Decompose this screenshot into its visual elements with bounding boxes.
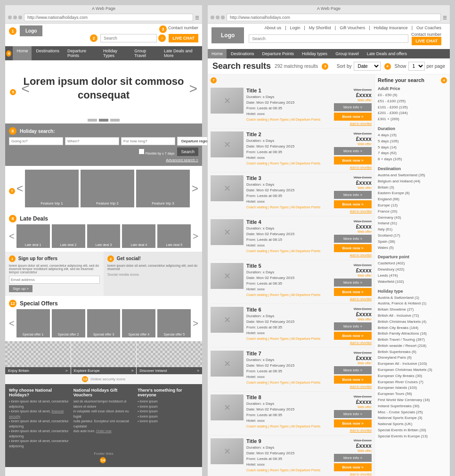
left-live-chat-btn[interactable]: LIVE CHAT	[169, 34, 198, 42]
book-btn-2[interactable]: Book now >	[334, 156, 372, 164]
feature-right-arrow[interactable]: >	[192, 182, 198, 195]
advanced-search-link[interactable]: Advanced search >	[9, 158, 198, 162]
offer-item-2[interactable]: Special offer 2	[52, 309, 85, 337]
hol-nat-sports-uk[interactable]: National Sports (UK)	[378, 421, 447, 427]
price-item-4[interactable]: £201 - £300 (184)	[378, 110, 447, 116]
signup-btn[interactable]: Sign up >	[9, 285, 32, 292]
hol-euro-xmas[interactable]: European Christmas Markets (3)	[378, 367, 447, 373]
dep-dewsbury[interactable]: Dewsbury (422)	[378, 267, 447, 273]
right-nav-departure[interactable]: Departure Points	[259, 49, 298, 58]
offer-item-5[interactable]: Special offer 5	[157, 309, 191, 337]
book-btn-5[interactable]: Book now >	[334, 288, 372, 296]
hol-special-euro[interactable]: Special Events in Europe (13)	[378, 434, 447, 440]
price-item-3[interactable]: £101 - £200 (135)	[378, 105, 447, 111]
price-item-1[interactable]: £0 - £50 (9)	[378, 92, 447, 98]
more-info-btn-1[interactable]: More info >	[334, 103, 372, 111]
shortlist-link-8[interactable]: Add to shortlist	[350, 429, 372, 432]
how-long-field[interactable]	[121, 137, 175, 145]
shortlist-link-6[interactable]: Add to shortlist	[350, 341, 372, 345]
shortlist-link-7[interactable]: Add to shortlist	[350, 385, 372, 388]
hol-disney[interactable]: Disneyland Paris (6)	[378, 355, 447, 361]
sort-select[interactable]: Date Price Name	[354, 62, 381, 71]
hol-euro-all-inc[interactable]: European All - Inclusive (103)	[378, 361, 447, 367]
hol-brit-all-inc[interactable]: British All - Inclusive (72)	[378, 313, 447, 319]
hero-right-arrow[interactable]: >	[189, 81, 197, 97]
dest-austria[interactable]: Austria and Switzerland (35)	[378, 172, 447, 179]
deals-right-arrow[interactable]: >	[193, 231, 198, 242]
dest-britain[interactable]: Britain (3)	[378, 185, 447, 191]
hol-brit-super[interactable]: British Superbreaks (6)	[378, 349, 447, 355]
offer-item-1[interactable]: Special offer 1	[16, 309, 50, 337]
feature-item-3[interactable]: Feature trip 3	[136, 170, 190, 207]
right-nav-deals[interactable]: Late Deals and offers	[363, 49, 411, 58]
left-nav-destinations[interactable]: Destinations	[32, 46, 63, 60]
deal-item-1[interactable]: Late deal 1	[16, 224, 50, 248]
hol-britain-show[interactable]: Britain Showtime (27)	[378, 307, 447, 313]
left-nav-departure[interactable]: Departure Points	[64, 46, 99, 60]
left-nav-holiday[interactable]: Holiday Types	[99, 46, 130, 60]
shortlist-link-4[interactable]: Add to shortlist	[350, 254, 372, 257]
hol-brit-touring[interactable]: British Travel / Touring (397)	[378, 337, 447, 343]
going-to-field[interactable]	[9, 137, 63, 145]
left-search-input[interactable]	[100, 34, 157, 42]
duration-7[interactable]: 7 days (62)	[378, 150, 447, 156]
more-info-btn-6[interactable]: More info >	[334, 322, 372, 330]
dest-germany[interactable]: Germany (43)	[378, 215, 447, 221]
hol-euro-river[interactable]: European River Cruises (7)	[378, 379, 447, 386]
hol-brit-seaside[interactable]: British seaside / Resort (218)	[378, 343, 447, 349]
offer-item-4[interactable]: Special offer 4	[122, 309, 155, 337]
hol-special-brit[interactable]: Special Events in Britain (33)	[378, 427, 447, 434]
more-info-btn-4[interactable]: More info >	[334, 235, 372, 243]
book-btn-8[interactable]: Book now >	[334, 419, 372, 427]
hol-nat-sports-euro[interactable]: National Sports Europe (3)	[378, 415, 447, 421]
right-nav-group[interactable]: Group travel	[332, 49, 363, 58]
dest-italy[interactable]: Italy (61)	[378, 227, 447, 233]
shortlist-link-3[interactable]: Add to shortlist	[350, 210, 372, 213]
hol-euro-islands[interactable]: European Islands (103)	[378, 385, 447, 391]
shortlist-link-1[interactable]: Add to shortlist	[350, 122, 372, 125]
search-btn[interactable]: Search	[177, 148, 198, 156]
dest-eastern[interactable]: Eastern Europe (8)	[378, 190, 447, 197]
book-btn-9[interactable]: Book now >	[334, 463, 372, 471]
book-btn-6[interactable]: Book now >	[334, 332, 372, 340]
right-nav-holiday[interactable]: Holiday types	[298, 49, 331, 58]
right-url-bar[interactable]: http://www.nationalholidays.com	[227, 14, 441, 21]
region-britain[interactable]: Enjoy Britain >	[5, 341, 71, 374]
feature-item-1[interactable]: Feature trip 1	[25, 170, 79, 207]
offer-item-3[interactable]: Special offer 3	[87, 309, 121, 337]
book-btn-3[interactable]: Book now >	[334, 200, 372, 208]
feature-item-2[interactable]: Feature trip 2	[81, 170, 134, 207]
when-field[interactable]	[65, 137, 119, 145]
right-search-input[interactable]	[249, 34, 408, 43]
more-info-btn-8[interactable]: More info >	[334, 410, 372, 418]
more-info-btn-2[interactable]: More info >	[334, 147, 372, 155]
duration-8[interactable]: 8 + days (105)	[378, 156, 447, 163]
left-url-bar[interactable]: http://www.nationalholidays.com	[24, 14, 193, 21]
hol-cruise[interactable]: Misc - Cruise Specials (25)	[378, 410, 447, 416]
dep-leeds[interactable]: Leeds (474)	[378, 273, 447, 279]
dest-scotland[interactable]: Scotland (17)	[378, 233, 447, 239]
shortlist-link-2[interactable]: Add to shortlist	[350, 166, 372, 169]
region-ireland[interactable]: Discover Ireland >	[137, 341, 202, 374]
region-europe[interactable]: Explore Europe >	[71, 341, 137, 374]
hol-brit-family[interactable]: British Family Attractions (16)	[378, 331, 447, 337]
duration-5a[interactable]: 5 days (105)	[378, 139, 447, 145]
deal-item-3[interactable]: Late deal 3	[87, 224, 121, 248]
hol-ww1[interactable]: First World War Centenary (16)	[378, 397, 447, 403]
left-nav-home[interactable]: Home	[13, 46, 32, 60]
deal-item-2[interactable]: Late deal 2	[52, 224, 85, 248]
dep-castleford[interactable]: Castleford (402)	[378, 261, 447, 267]
more-info-btn-7[interactable]: More info >	[334, 366, 372, 374]
hol-austria-france[interactable]: Austria, France & Holland (1)	[378, 301, 447, 307]
duration-5b[interactable]: 5 days (14)	[378, 145, 447, 151]
hol-brit-xmas[interactable]: British Christmas Markets (4)	[378, 319, 447, 325]
price-item-2[interactable]: £51 - £100 (155)	[378, 98, 447, 105]
hol-euro-tours[interactable]: European Tours (56)	[378, 391, 447, 397]
deal-item-5[interactable]: Late deal 5	[157, 224, 191, 248]
more-info-btn-9[interactable]: More info >	[334, 454, 372, 462]
left-nav-group[interactable]: Group Travel	[130, 46, 160, 60]
dest-belgium[interactable]: Belgium and Holland (44)	[378, 179, 447, 185]
dest-wales[interactable]: Wales (5)	[378, 245, 447, 251]
shortlist-link-9[interactable]: Add to shortlist	[350, 473, 372, 476]
dest-france[interactable]: France (20)	[378, 209, 447, 215]
